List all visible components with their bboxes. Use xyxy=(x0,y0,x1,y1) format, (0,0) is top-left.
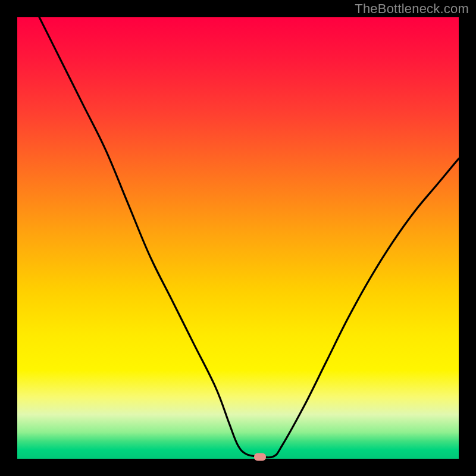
optimal-marker xyxy=(254,453,266,461)
chart-plot-area xyxy=(17,17,459,459)
bottleneck-curve xyxy=(17,17,459,459)
watermark-text: TheBottleneck.com xyxy=(355,1,469,17)
curve-path xyxy=(39,17,459,458)
chart-frame: TheBottleneck.com xyxy=(0,0,476,476)
